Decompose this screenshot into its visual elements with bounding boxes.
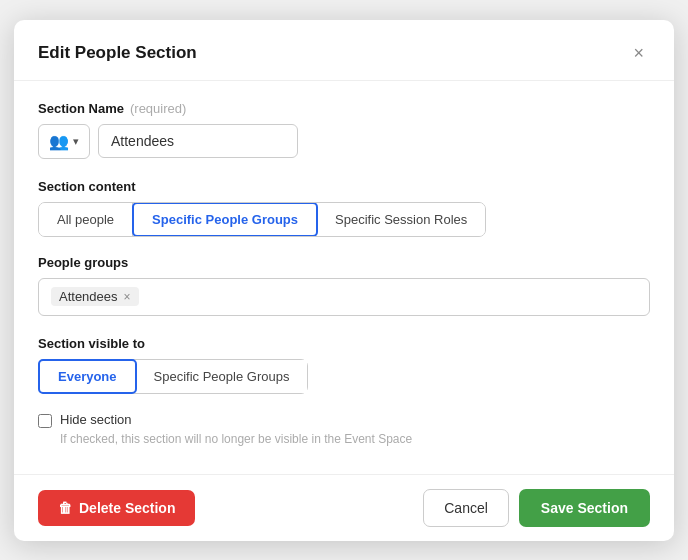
icon-dropdown-button[interactable]: 👥 ▾ xyxy=(38,124,90,159)
section-content-tabs: All people Specific People Groups Specif… xyxy=(38,202,486,237)
people-icon: 👥 xyxy=(49,132,69,151)
save-section-button[interactable]: Save Section xyxy=(519,489,650,527)
people-groups-field: People groups Attendees × xyxy=(38,255,650,316)
people-groups-input[interactable]: Attendees × xyxy=(38,278,650,316)
modal-header: Edit People Section × xyxy=(14,20,674,81)
section-name-label: Section Name (required) xyxy=(38,101,650,116)
section-content-row: Section content All people Specific Peop… xyxy=(38,179,650,237)
section-visible-to-label: Section visible to xyxy=(38,336,650,351)
tab-specific-session-roles[interactable]: Specific Session Roles xyxy=(317,203,485,236)
section-visible-to-row: Section visible to Everyone Specific Peo… xyxy=(38,336,650,394)
delete-section-button[interactable]: 🗑 Delete Section xyxy=(38,490,195,526)
hide-section-checkbox[interactable] xyxy=(38,414,52,428)
hide-section-hint: If checked, this section will no longer … xyxy=(60,432,650,446)
hide-section-row: Hide section xyxy=(38,412,650,428)
people-groups-label: People groups xyxy=(38,255,650,270)
remove-attendees-tag[interactable]: × xyxy=(124,290,131,304)
modal-footer: 🗑 Delete Section Cancel Save Section xyxy=(14,474,674,541)
trash-icon: 🗑 xyxy=(58,500,72,516)
section-name-row: 👥 ▾ xyxy=(38,124,650,159)
modal-title: Edit People Section xyxy=(38,43,197,63)
cancel-button[interactable]: Cancel xyxy=(423,489,509,527)
footer-right: Cancel Save Section xyxy=(423,489,650,527)
hide-section-container: Hide section If checked, this section wi… xyxy=(38,412,650,446)
modal-body: Section Name (required) 👥 ▾ Section cont… xyxy=(14,81,674,466)
visible-everyone-button[interactable]: Everyone xyxy=(38,359,137,394)
edit-people-section-modal: Edit People Section × Section Name (requ… xyxy=(14,20,674,541)
hide-section-label: Hide section xyxy=(60,412,132,427)
tab-all-people[interactable]: All people xyxy=(39,203,133,236)
close-button[interactable]: × xyxy=(627,42,650,64)
section-name-input[interactable] xyxy=(98,124,298,158)
tab-specific-people-groups[interactable]: Specific People Groups xyxy=(132,202,318,237)
section-content-label: Section content xyxy=(38,179,650,194)
attendees-tag: Attendees × xyxy=(51,287,139,306)
visible-to-group: Everyone Specific People Groups xyxy=(38,359,308,394)
visible-specific-people-groups-button[interactable]: Specific People Groups xyxy=(136,360,308,393)
modal-overlay: Edit People Section × Section Name (requ… xyxy=(0,0,688,560)
chevron-down-icon: ▾ xyxy=(73,135,79,148)
